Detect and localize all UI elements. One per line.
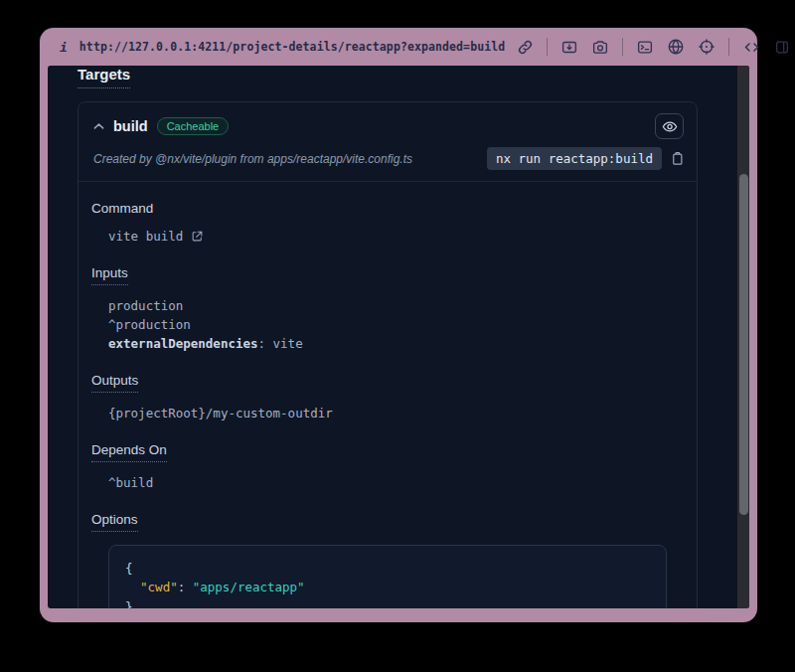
url-text[interactable]: http://127.0.0.1:4211/project-details/re… <box>80 40 505 54</box>
app-viewport: Targets build Cacheable <box>48 66 749 608</box>
inputs-section: Inputs production ^production externalDe… <box>91 263 681 353</box>
project-details-content: Targets build Cacheable <box>78 66 698 608</box>
json-line: { <box>125 559 650 578</box>
view-graph-eye-button[interactable] <box>655 113 684 139</box>
info-icon: i <box>60 40 68 55</box>
depends-on-item: ^build <box>108 473 681 492</box>
targets-heading: Targets <box>78 66 130 88</box>
created-by-text: Created by @nx/vite/plugin from apps/rea… <box>93 152 412 166</box>
link-icon[interactable] <box>517 39 534 56</box>
code-icon[interactable] <box>742 39 761 56</box>
target-name: build <box>113 118 148 134</box>
browser-window: i http://127.0.0.1:4211/project-details/… <box>40 28 757 622</box>
terminal-icon[interactable] <box>636 39 654 56</box>
copy-icon[interactable] <box>671 151 684 166</box>
input-value: : vite <box>258 336 303 351</box>
json-key: "cwd" <box>140 580 178 594</box>
titlebar-divider <box>728 38 729 56</box>
browser-titlebar: i http://127.0.0.1:4211/project-details/… <box>40 28 757 66</box>
options-json-block: { "cwd": "apps/reactapp" } <box>108 545 667 608</box>
split-view-icon[interactable] <box>774 39 790 56</box>
outputs-heading: Outputs <box>91 373 138 393</box>
external-link-icon <box>191 230 204 243</box>
titlebar-divider <box>622 38 623 56</box>
scrollbar-track[interactable] <box>737 66 749 608</box>
depends-on-heading: Depends On <box>91 442 167 462</box>
options-heading: Options <box>91 512 138 532</box>
command-section: Command vite build <box>91 199 681 246</box>
input-item: ^production <box>108 315 681 334</box>
build-card-header: build Cacheable Created by @nx/vite/plug… <box>79 102 697 182</box>
command-link[interactable]: vite build <box>108 227 681 246</box>
target-card-build: build Cacheable Created by @nx/vite/plug… <box>78 101 698 608</box>
depends-on-section: Depends On ^build <box>91 440 681 492</box>
output-item: {projectRoot}/my-custom-outdir <box>108 404 681 422</box>
scrollbar-thumb[interactable] <box>739 174 748 515</box>
json-separator: : <box>178 580 193 594</box>
input-item: production <box>108 296 681 315</box>
command-heading: Command <box>91 201 153 216</box>
titlebar-divider <box>547 38 548 56</box>
outputs-section: Outputs {projectRoot}/my-custom-outdir <box>91 371 681 422</box>
globe-icon[interactable] <box>667 38 685 56</box>
collapse-chevron-up-icon[interactable] <box>93 122 104 130</box>
camera-icon[interactable] <box>591 39 609 56</box>
inputs-heading: Inputs <box>91 265 128 285</box>
input-key: externalDependencies <box>108 336 258 351</box>
json-line: } <box>125 597 650 608</box>
titlebar-actions <box>517 38 790 56</box>
input-item: externalDependencies: vite <box>108 334 681 353</box>
run-command-chip[interactable]: nx run reactapp:build <box>487 147 662 170</box>
build-card-body: Command vite build <box>79 182 697 608</box>
cacheable-badge: Cacheable <box>157 117 230 135</box>
json-string-value: "apps/reactapp" <box>193 580 305 594</box>
json-line: "cwd": "apps/reactapp" <box>125 578 650 596</box>
download-tray-icon[interactable] <box>560 39 578 56</box>
command-value: vite build <box>108 227 183 246</box>
options-section: Options { "cwd": "apps/reactapp" } <box>91 510 681 608</box>
crosshair-icon[interactable] <box>698 38 716 56</box>
